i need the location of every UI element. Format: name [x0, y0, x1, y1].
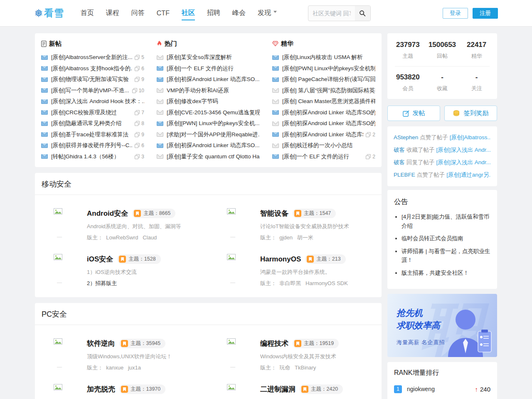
new-post-button[interactable]: 发帖	[387, 106, 440, 121]
forum-card-android[interactable]: Android安全主题：8665 Android系统逆向、对抗、加固、漏洞等 版…	[35, 208, 208, 241]
post-item[interactable]: [原创]Linux内核攻击 USMA 解析	[272, 52, 375, 63]
post-item[interactable]: [原创]深入浅出 Android Hook 技术：...	[41, 96, 144, 107]
nav-summit[interactable]: 峰会	[232, 9, 246, 17]
post-item[interactable]: [原创][PWN] Linux中的pkeys安全机...	[157, 118, 260, 129]
forum-name[interactable]: 加壳脱壳	[87, 384, 115, 394]
post-item[interactable]: [原创]初探Android Linker 动态库SO...	[157, 140, 260, 151]
post-item[interactable]: [原创]量子安全 quantum ctf Qlotto Ha...	[157, 151, 260, 163]
post-item[interactable]: [原创] PageCache详细分析(读写/写回) ...	[272, 74, 375, 85]
nav-community[interactable]: 社区	[182, 9, 195, 17]
post-item[interactable]: [原创]CVE-2015-3456 Qemu逃逸复现	[157, 107, 260, 118]
post-item[interactable]: [原创]基于trace处理非标准算法9	[41, 129, 144, 140]
post-item[interactable]: [原创]修改dex字节码	[157, 96, 260, 107]
post-item[interactable]: VMP的手动分析和AI还原	[157, 85, 260, 96]
new-posts-header: 新帖	[41, 39, 144, 48]
site-logo[interactable]: ❅ 看雪	[34, 7, 64, 20]
activity-post-link[interactable]: [原创]通过angr另...	[446, 172, 491, 178]
forum-description: Windows内核安全及其开发技术	[260, 353, 372, 360]
forum-card-iot[interactable]: 智能设备主题：1547 讨论IoT智能设备安全威胁及防护技术 版主： gjden…	[208, 208, 382, 241]
activity-post-link[interactable]: [原创]深入浅出 Andr...	[436, 159, 491, 165]
forum-name[interactable]: 软件逆向	[87, 339, 115, 348]
activity-post-link[interactable]: [原创]Albatross...	[450, 134, 491, 140]
forum-card-ios[interactable]: iOS安全主题：1528 1）iOS逆向技术交流 2）招募版主	[35, 254, 208, 287]
forum-name[interactable]: 二进制漏洞	[260, 384, 296, 394]
post-item[interactable]: [原创]初探Android Linker 动态库SO...	[157, 74, 260, 85]
pc-security-section: PC安全 软件逆向主题：35945 顶级Windows,UNIX软件逆向论坛！ …	[35, 303, 382, 399]
post-item[interactable]: [原创]栈迁移的一次小小总结	[272, 140, 375, 151]
post-item[interactable]: [原创]初探Android Linker 动态库SO的加...	[272, 107, 375, 118]
search-input[interactable]	[308, 6, 355, 21]
nav-courses[interactable]: 课程	[106, 9, 119, 17]
nav-home[interactable]: 首页	[81, 9, 94, 17]
post-item[interactable]: [原创]初探Android Linker 动态库SO的加...	[272, 118, 375, 129]
forum-moderators: 版主： 非白即黑 HarmonyOS SDK	[260, 280, 372, 287]
forum-card-software-reversing[interactable]: 软件逆向主题：35945 顶级Windows,UNIX软件逆向论坛！ 版主： k…	[35, 338, 208, 372]
mail-icon	[272, 66, 279, 71]
mail-icon	[157, 77, 163, 82]
forum-name[interactable]: Android安全	[87, 209, 128, 218]
mail-icon	[272, 121, 279, 126]
forum-name[interactable]: iOS安全	[87, 254, 113, 264]
mail-icon	[157, 154, 163, 159]
post-item[interactable]: [原创]某安全so库深度解析	[157, 52, 260, 63]
nav-ctf[interactable]: CTF	[157, 10, 170, 17]
post-item[interactable]: [原创]一个 ELF 文件的运行2	[272, 151, 375, 163]
stat-label: 精华	[459, 52, 494, 60]
post-item[interactable]: [原创]物理读写/无附加读写实验9	[41, 74, 144, 85]
nav-discover[interactable]: 发现	[258, 9, 277, 17]
nav-jobs[interactable]: 招聘	[207, 9, 220, 17]
mail-icon	[41, 77, 48, 82]
forum-description: 鸿蒙是一款跨平台操作系统。	[260, 268, 372, 276]
activity-user[interactable]: AStephen	[394, 134, 418, 140]
post-item[interactable]: [原创]CRC校验原理及绕过7	[41, 107, 144, 118]
post-item[interactable]: [原创] 第八届“强网”拟态防御国际精英挑...	[272, 85, 375, 96]
broken-image-icon	[227, 338, 254, 365]
activity-user[interactable]: 破客	[394, 159, 405, 165]
post-item[interactable]: [原创]初探Android Linker 动态库S...2	[272, 129, 375, 140]
announcement-item[interactable]: 版主招募，共建安全社区！	[401, 268, 490, 278]
post-item[interactable]: [原创][PWN] Linux中的pkeys安全机制及...	[272, 63, 375, 74]
activity-user[interactable]: PLEBFE	[394, 172, 415, 178]
post-item[interactable]: [原创]获得并修改硬件序列号--C...6	[41, 140, 144, 151]
post-item[interactable]: [转帖]Ghidra 1.4.3（56楼）3	[41, 151, 144, 163]
replies-icon	[135, 121, 140, 126]
flame-icon	[157, 40, 162, 47]
announcement-item[interactable]: 临时会员转正式会员指南	[401, 234, 490, 243]
post-item[interactable]: [原创]一个 ELF 文件的运行	[157, 63, 260, 74]
forum-description: 1）iOS逆向技术交流	[87, 268, 198, 276]
forum-card-harmonyos[interactable]: HarmonyOS主题：213 鸿蒙是一款跨平台操作系统。 版主： 非白即黑 H…	[208, 254, 382, 287]
post-item[interactable]: [求助]对一个国外APP使用Reqable进...	[157, 129, 260, 140]
topics-badge: 主题：35945	[119, 339, 165, 348]
rank-username[interactable]: ngiokweng	[407, 386, 475, 392]
forum-name[interactable]: HarmonyOS	[260, 255, 301, 264]
broken-image-icon	[54, 208, 80, 235]
stat-label: 主题	[391, 52, 425, 60]
post-item[interactable]: [原创]AlbatrossServer全新的注...5	[41, 52, 144, 63]
forum-moderators: 版主： LowRebSwrd Claud	[87, 234, 198, 241]
forum-card-binary-vuln[interactable]: 二进制漏洞主题：2420 Windows、UNIX二进制编漏洞分析	[208, 384, 382, 399]
register-button[interactable]: 注册	[473, 8, 498, 19]
announcement-item[interactable]: [4月2日更新]能力值、活跃值和雪币介绍	[401, 212, 490, 230]
document-icon	[41, 41, 47, 47]
mail-icon	[157, 55, 163, 60]
forum-name[interactable]: 智能设备	[260, 209, 288, 218]
post-item[interactable]: [原创] Clean Master恶意浏览器插件样...	[272, 96, 375, 107]
post-item[interactable]: [原创]Albatross 支持hook指令的...6	[41, 63, 144, 74]
forum-card-packing[interactable]: 加壳脱壳主题：13970 壳是一段保护软件的程序	[35, 384, 208, 399]
hot-posts-header: 热门	[157, 39, 260, 48]
mail-icon	[272, 77, 279, 82]
search-button[interactable]	[355, 6, 370, 21]
announcement-item[interactable]: 讲师招募 | 与看雪一起，点亮职业生涯！	[401, 247, 490, 265]
forum-name[interactable]: 编程技术	[260, 339, 288, 348]
job-ad-banner[interactable]: 职 抢先机 求职效率高 海量高薪 名企直招	[387, 294, 497, 357]
login-button[interactable]: 登录	[443, 8, 468, 19]
broken-image-icon	[54, 254, 80, 281]
post-item[interactable]: [原创]写一个简单的VMP-不造...10	[41, 85, 144, 96]
post-item[interactable]: [原创]隐蔽通讯常见种类介绍8	[41, 118, 144, 129]
announcements-panel: 公告 [4月2日更新]能力值、活跃值和雪币介绍 临时会员转正式会员指南 讲师招募…	[387, 190, 497, 289]
nav-qa[interactable]: 问答	[131, 9, 145, 17]
activity-user[interactable]: 破客	[394, 147, 405, 153]
activity-post-link[interactable]: [原创]深入浅出 Andr...	[436, 147, 491, 153]
forum-card-programming[interactable]: 编程技术主题：19519 Windows内核安全及其开发技术 版主： 玩命 Tk…	[208, 338, 382, 372]
checkin-reward-button[interactable]: 签到奖励	[444, 106, 497, 121]
